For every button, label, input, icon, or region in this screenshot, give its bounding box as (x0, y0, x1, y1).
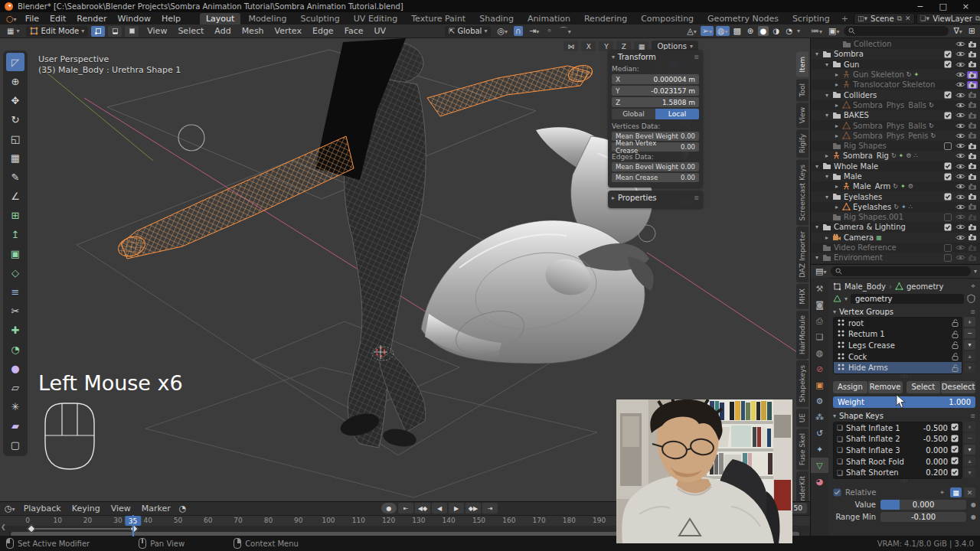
outliner-row[interactable]: ▸Sombra_Phys_Penis↻ (811, 131, 980, 141)
disclosure-down-icon[interactable]: ▾ (824, 61, 830, 68)
outliner-row[interactable]: ▸Translocator Skeleton (811, 80, 980, 90)
vertex-group-row[interactable]: root (834, 318, 962, 329)
disable-in-renders-toggle[interactable] (967, 91, 978, 99)
disclosure-right-icon[interactable]: ▸ (834, 132, 840, 139)
disable-in-renders-toggle[interactable] (967, 244, 978, 252)
shape-key-row[interactable]: ❏Shaft Root Fold0.000 (834, 456, 962, 468)
snap-settings-dropdown[interactable]: ⇥▾ (528, 26, 541, 36)
median-z-field[interactable]: Z1.5808 m (612, 97, 699, 107)
shape-keys-panel-header[interactable]: ▾Shape Keys≣ (833, 411, 975, 422)
properties-tab-constraints[interactable]: ✦ (811, 442, 828, 457)
tool-shrink-fatten[interactable]: ✳ (6, 397, 24, 416)
viewport-menu-edge[interactable]: Edge (307, 25, 339, 37)
properties-tab-material[interactable]: ◕ (811, 474, 828, 489)
object-visibility-dropdown[interactable]: ◬▾ (685, 26, 697, 36)
viewport-menu-mesh[interactable]: Mesh (237, 25, 270, 37)
npanel-tab-ue[interactable]: UE (796, 409, 808, 427)
next-keyframe-button[interactable]: ◆▶ (466, 503, 481, 514)
properties-tab-output[interactable]: ⎙ (811, 313, 828, 328)
shape-key-value[interactable]: -0.500 (920, 424, 948, 432)
viewport-menu-face[interactable]: Face (339, 25, 369, 37)
disclosure-down-icon[interactable]: ▾ (814, 254, 820, 261)
close-button[interactable]: × (962, 2, 969, 11)
outliner-row[interactable]: ▾Eyelashes (811, 191, 980, 201)
edge-select-button[interactable] (108, 26, 122, 37)
properties-tab-physics[interactable]: ↺ (811, 425, 828, 441)
remove-shape-key-button[interactable]: − (964, 433, 975, 443)
menu-render[interactable]: Render (71, 13, 112, 24)
shape-key-checkbox[interactable] (951, 468, 959, 478)
copy-scene-icon[interactable]: ⧉ (897, 15, 902, 23)
proportional-falloff-dropdown[interactable]: ⌒▾ (558, 25, 573, 37)
pin-icon[interactable]: ⌖ (971, 282, 975, 291)
menu-window[interactable]: Window (113, 13, 156, 24)
hide-in-viewport-toggle[interactable] (955, 61, 965, 68)
disable-in-renders-toggle[interactable] (967, 162, 978, 170)
disclosure-down-icon[interactable]: ▾ (814, 223, 820, 230)
pin-icon[interactable]: ⌖ (936, 487, 948, 497)
tool-transform[interactable]: ▦ (6, 148, 24, 167)
npanel-tab-screencast-keys[interactable]: Screencast Keys (796, 160, 808, 226)
disable-in-renders-toggle[interactable] (967, 101, 978, 109)
collection-checkbox[interactable] (942, 193, 953, 201)
clear-shape-keys-button[interactable]: ✕ (964, 487, 975, 497)
vertex-group-row[interactable]: Hide Arms (834, 362, 962, 373)
shape-key-row[interactable]: ❏Shaft Inflate 2-0.500 (834, 434, 962, 445)
npanel-tab-tool[interactable]: Tool (796, 79, 808, 101)
auto-keyframe-button[interactable]: ● (381, 503, 397, 514)
tool-scale[interactable]: ◱ (6, 129, 24, 148)
workspace-tab-shading[interactable]: Shading (473, 13, 520, 24)
shape-key-checkbox[interactable] (951, 457, 959, 466)
tool-inset-faces[interactable]: ▣ (6, 244, 24, 262)
value-slider[interactable]: 0.000 (880, 500, 966, 510)
hide-in-viewport-toggle[interactable] (955, 244, 965, 251)
outliner-row[interactable]: ▸Sombra_Rig↻✦⚙∴ (811, 151, 980, 161)
shading-wireframe-button[interactable]: ⊕ (745, 26, 756, 36)
npanel-tab-view[interactable]: View (796, 103, 808, 128)
shape-key-edit-mode-toggle[interactable]: ▦ (950, 487, 962, 497)
hide-in-viewport-toggle[interactable] (955, 254, 965, 261)
npanel-tab-daz-importer[interactable]: DAZ Importer (796, 227, 808, 282)
remove-scene-icon[interactable]: ✕ (905, 15, 911, 22)
disable-in-renders-toggle[interactable] (967, 203, 978, 210)
outliner-row[interactable]: ▸Sombra_Phys_Balls↻ (811, 100, 980, 110)
mode-dropdown[interactable]: Edit Mode▾ (26, 26, 88, 37)
move-shape-key-down-button[interactable]: ▾ (964, 468, 975, 478)
disclosure-down-icon[interactable]: ▾ (824, 173, 830, 180)
disable-in-renders-toggle[interactable] (967, 193, 978, 201)
tool-measure[interactable]: ∠ (6, 187, 24, 205)
play-reverse-button[interactable]: ◀ (432, 503, 447, 514)
collection-checkbox[interactable] (942, 60, 953, 68)
outliner-row[interactable]: ▾BAKES (811, 110, 980, 120)
shape-key-row[interactable]: ❏Shaft Inflate 1-0.500 (834, 422, 962, 434)
tool-annotate[interactable]: ✎ (6, 168, 24, 186)
properties-panel-collapsed[interactable]: ▸Properties≣ (608, 191, 703, 208)
add-vertex-group-button[interactable]: ＋ (964, 317, 975, 327)
collection-checkbox[interactable] (942, 173, 953, 181)
disclosure-down-icon[interactable]: ▾ (824, 194, 830, 201)
workspace-tab-texture-paint[interactable]: Texture Paint (405, 13, 472, 24)
workspace-tab-sculpting[interactable]: Sculpting (294, 13, 345, 24)
tool-edge-slide[interactable]: ▱ (6, 378, 24, 396)
disclosure-down-icon[interactable]: ▾ (814, 163, 820, 170)
outliner-search-input[interactable] (844, 26, 949, 36)
shape-key-value[interactable]: 0.200 (920, 468, 948, 477)
overlays-dropdown[interactable]: ◍▾ (716, 26, 730, 36)
auto-keying-clock-icon[interactable]: ◔ (178, 504, 188, 514)
collection-checkbox[interactable] (942, 91, 953, 99)
npanel-tab-rigify[interactable]: Rigify (796, 129, 808, 158)
hide-in-viewport-toggle[interactable] (955, 163, 965, 170)
lock-icon[interactable] (952, 364, 959, 372)
hide-in-viewport-toggle[interactable] (955, 234, 965, 241)
menu-file[interactable]: File (20, 13, 44, 24)
jump-to-start-button[interactable]: ⇤ (398, 503, 413, 514)
outliner-row[interactable]: Rig Shapes (811, 141, 980, 151)
outliner-row[interactable]: ▾Colliders (811, 90, 980, 99)
disable-in-renders-toggle[interactable] (967, 254, 978, 262)
shading-dropdown[interactable]: ▾ (797, 28, 800, 34)
tool-move[interactable]: ✥ (6, 91, 24, 109)
outliner-row[interactable]: ▸Gun Skeleton↻✦ (811, 70, 980, 80)
lock-icon[interactable] (952, 341, 959, 349)
properties-tab-object[interactable]: ▣ (811, 377, 828, 393)
workspace-tab-rendering[interactable]: Rendering (578, 13, 633, 24)
